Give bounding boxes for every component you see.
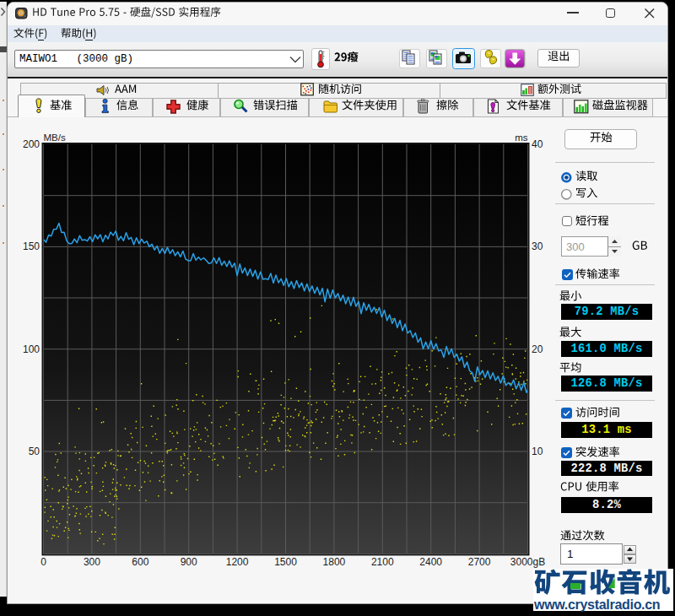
svg-text:20: 20 [532, 343, 543, 355]
svg-text:1800: 1800 [323, 556, 346, 568]
svg-text:30: 30 [532, 240, 543, 252]
svg-text:2100: 2100 [371, 556, 394, 568]
svg-text:3000gB: 3000gB [510, 556, 545, 568]
svg-text:600: 600 [132, 556, 148, 568]
svg-text:2700: 2700 [468, 556, 491, 568]
svg-text:150: 150 [23, 240, 40, 252]
svg-text:2400: 2400 [419, 556, 442, 568]
svg-text:40: 40 [532, 138, 543, 150]
svg-text:ms: ms [515, 132, 528, 143]
svg-text:0: 0 [40, 556, 46, 568]
svg-text:200: 200 [23, 138, 40, 150]
svg-text:MB/s: MB/s [44, 132, 66, 143]
svg-text:100: 100 [23, 343, 40, 355]
svg-text:900: 900 [181, 556, 197, 568]
svg-text:10: 10 [532, 446, 543, 457]
svg-text:1500: 1500 [274, 556, 297, 568]
svg-text:50: 50 [29, 446, 40, 457]
svg-text:1200: 1200 [226, 556, 249, 568]
svg-text:300: 300 [84, 556, 100, 568]
